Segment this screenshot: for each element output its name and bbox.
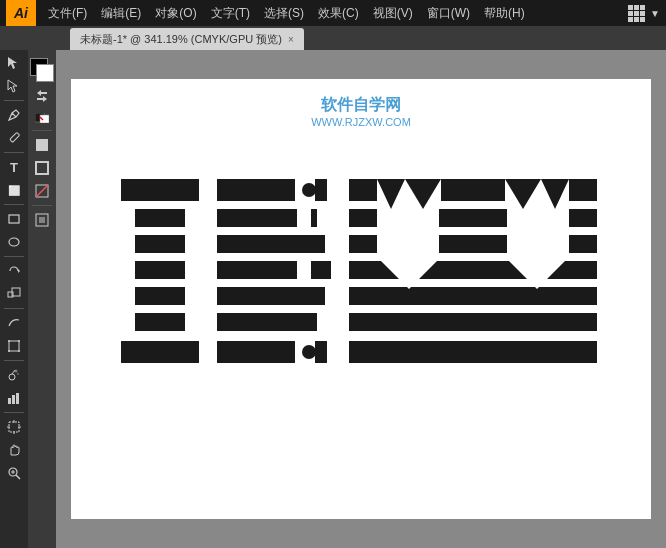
fill-mode-button[interactable] [30,134,54,156]
menu-text[interactable]: 文字(T) [205,3,256,24]
area-type-icon: ⬜ [8,185,20,196]
svg-rect-48 [217,261,331,279]
tab-close-button[interactable]: × [288,34,294,45]
svg-rect-53 [297,209,311,227]
tool-separator-7 [4,412,24,413]
watermark-sub-text: WWW.RJZXW.COM [311,116,411,128]
svg-line-35 [36,185,48,197]
svg-rect-20 [9,422,19,432]
svg-line-14 [12,370,15,374]
svg-rect-50 [217,313,317,331]
svg-rect-56 [297,261,311,279]
tool-separator-1 [4,100,24,101]
svg-rect-57 [289,279,317,287]
warp-tool[interactable] [2,312,26,334]
swap-colors-icon[interactable] [35,89,49,107]
none-mode-button[interactable] [30,180,54,202]
column-graph-tool[interactable] [2,387,26,409]
color-controls [28,56,56,86]
svg-rect-40 [135,235,185,253]
document-tab[interactable]: 未标题-1* @ 341.19% (CMYK/GPU 预览) × [70,28,304,50]
menu-help[interactable]: 帮助(H) [478,3,531,24]
title-bar: Ai 文件(F) 编辑(E) 对象(O) 文字(T) 选择(S) 效果(C) 视… [0,0,666,26]
main-layout: T ⬜ [0,50,666,548]
tool-separator-2 [4,152,24,153]
svg-marker-0 [8,57,17,69]
svg-rect-74 [377,209,421,227]
watermark: 软件自学网 WWW.RJZXW.COM [311,95,411,128]
menu-edit[interactable]: 编辑(E) [95,3,147,24]
svg-rect-2 [10,132,20,142]
direct-selection-tool[interactable] [2,75,26,97]
tool-separator-5 [4,308,24,309]
menu-bar: 文件(F) 编辑(E) 对象(O) 文字(T) 选择(S) 效果(C) 视图(V… [42,3,620,24]
svg-rect-41 [135,261,185,279]
title-bar-right: ▼ [626,3,660,23]
menu-view[interactable]: 视图(V) [367,3,419,24]
svg-point-13 [9,374,15,380]
menu-file[interactable]: 文件(F) [42,3,93,24]
tool-separator-6 [4,360,24,361]
svg-point-15 [15,370,18,373]
watermark-main-text: 软件自学网 [311,95,411,116]
ellipse-tool[interactable] [2,231,26,253]
svg-point-16 [17,373,19,375]
type-tool[interactable]: T [2,156,26,178]
pencil-tool[interactable] [2,127,26,149]
workspace-switcher-icon[interactable] [626,3,646,23]
workspace-arrow-icon: ▼ [650,8,660,19]
stroke-mode-button[interactable] [30,157,54,179]
canvas-area: 软件自学网 WWW.RJZXW.COM [56,50,666,548]
menu-effect[interactable]: 效果(C) [312,3,365,24]
menu-window[interactable]: 窗口(W) [421,3,476,24]
svg-rect-68 [349,341,597,363]
svg-line-26 [16,475,20,479]
ibm-letter-b [217,179,331,363]
left-toolbar: T ⬜ [0,50,28,548]
symbol-sprayer-tool[interactable] [2,364,26,386]
svg-rect-59 [302,183,316,197]
area-type-tool[interactable]: ⬜ [2,179,26,201]
svg-rect-66 [349,287,597,305]
tool-separator-4 [4,256,24,257]
rotate-tool[interactable] [2,260,26,282]
rectangle-tool[interactable] [2,208,26,230]
secondary-toolbar [28,50,56,548]
svg-marker-1 [8,80,17,92]
svg-rect-77 [525,209,569,227]
svg-rect-49 [217,287,325,305]
svg-rect-75 [377,235,403,253]
svg-point-11 [8,350,10,352]
hand-tool[interactable] [2,439,26,461]
selection-tool[interactable] [2,52,26,74]
menu-object[interactable]: 对象(O) [149,3,202,24]
screen-mode-button[interactable] [30,209,54,231]
tool-separator-3 [4,204,24,205]
tool-separator-s2 [32,205,52,206]
svg-rect-38 [121,179,199,201]
artboard-tool[interactable] [2,416,26,438]
menu-select[interactable]: 选择(S) [258,3,310,24]
svg-point-4 [9,238,19,246]
stroke-color-swatch[interactable] [36,64,54,82]
svg-point-9 [8,340,10,342]
app-logo: Ai [6,0,36,26]
svg-rect-17 [8,398,11,404]
svg-rect-54 [289,227,317,235]
ibm-logo-container [111,159,611,439]
zoom-tool[interactable] [2,462,26,484]
default-colors-icon[interactable] [35,109,49,127]
svg-point-12 [18,350,20,352]
free-transform-tool[interactable] [2,335,26,357]
ibm-letter-m [349,179,597,363]
svg-rect-61 [302,345,316,359]
svg-rect-78 [543,235,569,253]
pen-tool[interactable] [2,104,26,126]
scale-tool[interactable] [2,283,26,305]
ibm-logo-svg [121,169,601,429]
svg-rect-42 [135,287,185,305]
svg-rect-39 [135,209,185,227]
svg-rect-33 [36,162,48,174]
svg-rect-55 [289,253,317,261]
ibm-letter-i [121,179,199,363]
